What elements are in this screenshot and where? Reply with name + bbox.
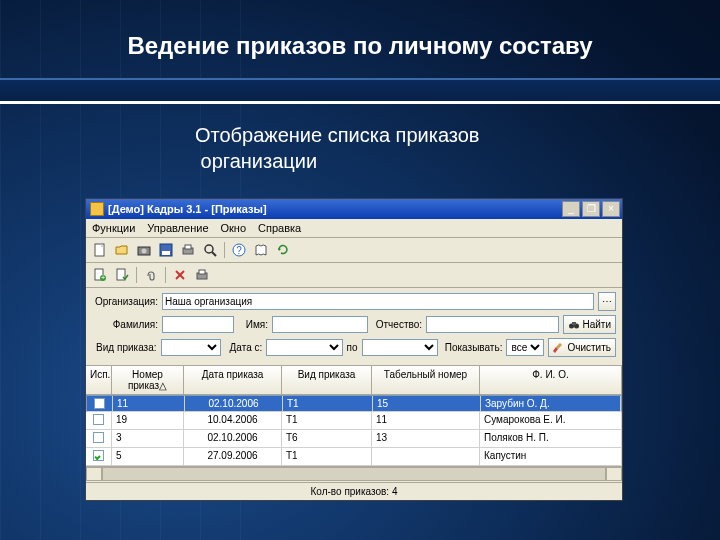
doc-add-icon[interactable]: + [90, 265, 110, 285]
cell-fio: Капустин [480, 448, 622, 465]
broom-icon [553, 342, 565, 354]
table-row[interactable]: 1102.10.2006Т115Зарубин О. Д. [86, 395, 622, 412]
firstname-label: Имя: [238, 319, 268, 330]
find-button[interactable]: Найти [563, 315, 616, 334]
horizontal-scrollbar[interactable] [86, 466, 622, 482]
status-bar: Кол-во приказов: 4 [86, 482, 622, 500]
print2-icon[interactable] [192, 265, 212, 285]
cell-date: 27.09.2006 [184, 448, 282, 465]
cell-tabno: 13 [372, 430, 480, 447]
grid-header: Исп. Номер приказ△ Дата приказа Вид прик… [86, 366, 622, 395]
minimize-button[interactable]: _ [562, 201, 580, 217]
org-input[interactable] [162, 293, 594, 310]
help-icon[interactable]: ? [229, 240, 249, 260]
scroll-thumb[interactable] [102, 467, 606, 481]
col-number[interactable]: Номер приказ△ [112, 366, 184, 394]
row-checkbox[interactable] [93, 432, 104, 443]
svg-point-7 [205, 245, 213, 253]
close-button[interactable]: × [602, 201, 620, 217]
camera-icon[interactable] [134, 240, 154, 260]
firstname-input[interactable] [272, 316, 368, 333]
orders-grid: Исп. Номер приказ△ Дата приказа Вид прик… [86, 365, 622, 500]
show-select[interactable]: все [506, 339, 544, 356]
cell-type: Т1 [283, 396, 373, 411]
cell-type: Т1 [282, 448, 372, 465]
refresh-icon[interactable] [273, 240, 293, 260]
table-row[interactable]: 527.09.2006Т1Капустин [86, 448, 622, 466]
doc-check-icon[interactable] [112, 265, 132, 285]
titlebar[interactable]: [Демо] Кадры 3.1 - [Приказы] _ ❐ × [86, 199, 622, 219]
svg-rect-4 [162, 251, 170, 255]
binoculars-icon [568, 319, 580, 331]
open-icon[interactable] [112, 240, 132, 260]
cell-tabno [372, 448, 480, 465]
col-tabno[interactable]: Табельный номер [372, 366, 480, 394]
toolbar-1: ? [86, 238, 622, 263]
scroll-left-icon[interactable] [86, 467, 102, 481]
col-type[interactable]: Вид приказа [282, 366, 372, 394]
org-browse-button[interactable]: ⋯ [598, 292, 616, 311]
dateto-select[interactable] [362, 339, 438, 356]
lastname-input[interactable] [162, 316, 234, 333]
cell-date: 02.10.2006 [185, 396, 283, 411]
slide-subtitle: Отображение списка приказов организации [195, 122, 480, 174]
lastname-label: Фамилия: [92, 319, 158, 330]
cell-date: 10.04.2006 [184, 412, 282, 429]
svg-rect-21 [572, 322, 576, 325]
type-label: Вид приказа: [92, 342, 157, 353]
row-checkbox[interactable] [94, 398, 105, 409]
svg-text:+: + [101, 273, 106, 282]
datefrom-label: Дата с: [225, 342, 262, 353]
window-title: [Демо] Кадры 3.1 - [Приказы] [108, 203, 562, 215]
row-checkbox[interactable] [93, 414, 104, 425]
svg-line-8 [212, 252, 216, 256]
cell-date: 02.10.2006 [184, 430, 282, 447]
filter-panel: Организация: ⋯ Фамилия: Имя: Отчество: Н… [86, 288, 622, 365]
search-icon[interactable] [200, 240, 220, 260]
scroll-right-icon[interactable] [606, 467, 622, 481]
cell-fio: Сумарокова Е. И. [480, 412, 622, 429]
col-exec[interactable]: Исп. [86, 366, 112, 394]
svg-point-2 [142, 249, 147, 254]
cell-number: 5 [112, 448, 184, 465]
new-icon[interactable] [90, 240, 110, 260]
show-label: Показывать: [442, 342, 503, 353]
table-row[interactable]: 1910.04.2006Т111Сумарокова Е. И. [86, 412, 622, 430]
cell-fio: Поляков Н. П. [480, 430, 622, 447]
clear-label: Очистить [567, 342, 611, 353]
find-label: Найти [582, 319, 611, 330]
clear-button[interactable]: Очистить [548, 338, 616, 357]
datefrom-select[interactable] [266, 339, 342, 356]
table-row[interactable]: 302.10.2006Т613Поляков Н. П. [86, 430, 622, 448]
subtitle-line2: организации [201, 150, 318, 172]
menu-functions[interactable]: Функции [92, 222, 135, 234]
cell-number: 19 [112, 412, 184, 429]
menu-help[interactable]: Справка [258, 222, 301, 234]
cell-type: Т1 [282, 412, 372, 429]
toolbar-2: + [86, 263, 622, 288]
type-select[interactable] [161, 339, 222, 356]
print-icon[interactable] [178, 240, 198, 260]
row-checkbox[interactable] [93, 450, 104, 461]
attach-icon[interactable] [141, 265, 161, 285]
menu-bar: Функции Управление Окно Справка [86, 219, 622, 238]
menu-management[interactable]: Управление [147, 222, 208, 234]
middlename-input[interactable] [426, 316, 559, 333]
delete-icon[interactable] [170, 265, 190, 285]
cell-number: 3 [112, 430, 184, 447]
svg-text:?: ? [236, 245, 242, 256]
col-fio[interactable]: Ф. И. О. [480, 366, 622, 394]
cell-tabno: 11 [372, 412, 480, 429]
menu-window[interactable]: Окно [221, 222, 247, 234]
save-icon[interactable] [156, 240, 176, 260]
middlename-label: Отчество: [372, 319, 422, 330]
book-icon[interactable] [251, 240, 271, 260]
cell-tabno: 15 [373, 396, 481, 411]
cell-type: Т6 [282, 430, 372, 447]
svg-rect-18 [199, 270, 205, 274]
app-window: [Демо] Кадры 3.1 - [Приказы] _ ❐ × Функц… [85, 198, 623, 501]
dateto-label: по [347, 342, 358, 353]
col-date[interactable]: Дата приказа [184, 366, 282, 394]
maximize-button[interactable]: ❐ [582, 201, 600, 217]
org-label: Организация: [92, 296, 158, 307]
